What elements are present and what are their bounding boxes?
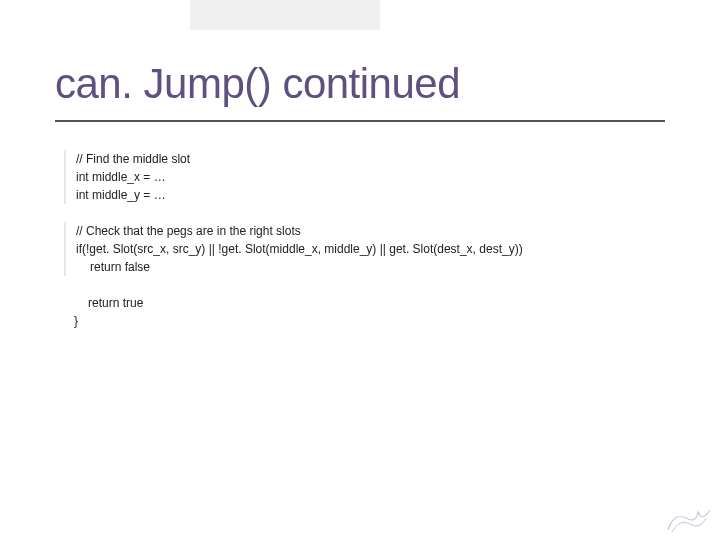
code-line: // Check that the pegs are in the right … (76, 222, 664, 240)
code-line: // Find the middle slot (76, 150, 664, 168)
code-block-1: // Find the middle slot int middle_x = …… (64, 150, 664, 204)
code-block-3: return true } (64, 294, 664, 330)
code-line: if(!get. Slot(src_x, src_y) || !get. Slo… (76, 240, 664, 258)
title-underline (55, 120, 665, 122)
slide-body: // Find the middle slot int middle_x = …… (64, 150, 664, 348)
code-line: return false (76, 258, 664, 276)
slide: can. Jump() continued // Find the middle… (0, 0, 720, 540)
code-line: int middle_x = … (76, 168, 664, 186)
code-line: } (74, 312, 664, 330)
code-line: int middle_y = … (76, 186, 664, 204)
code-block-2: // Check that the pegs are in the right … (64, 222, 664, 276)
code-line: return true (74, 294, 664, 312)
slide-title: can. Jump() continued (55, 60, 460, 108)
corner-flourish-icon (666, 504, 712, 534)
